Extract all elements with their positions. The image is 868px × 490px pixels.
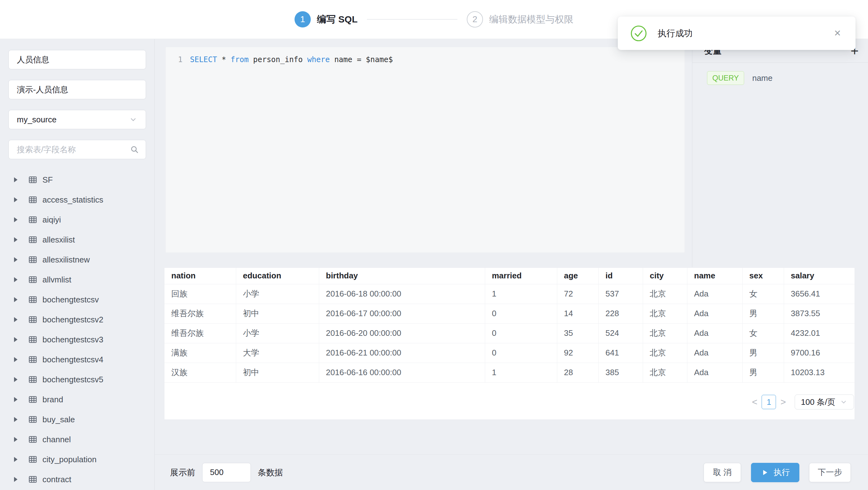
cancel-button[interactable]: 取 消 — [704, 463, 741, 482]
column-header-nation: nation — [164, 268, 236, 284]
table-tree-item[interactable]: bochengtestcsv2 — [8, 310, 146, 330]
table-tree-item[interactable]: aiqiyi — [8, 210, 146, 230]
table-tree-item[interactable]: bochengtestcsv — [8, 289, 146, 310]
caret-right-icon[interactable] — [14, 357, 18, 362]
table-cell: 北京 — [643, 363, 687, 382]
table-cell: 男 — [742, 304, 784, 323]
caret-right-icon[interactable] — [14, 257, 18, 262]
table-cell: 3656.41 — [784, 284, 855, 304]
caret-right-icon[interactable] — [14, 457, 18, 462]
datasource-select[interactable]: my_source — [8, 110, 146, 129]
table-tree-item[interactable]: bochengtestcsv3 — [8, 330, 146, 349]
dataset-name-field[interactable] — [8, 50, 146, 69]
column-header-birthday: birthday — [319, 268, 485, 284]
table-tree-item[interactable]: channel — [8, 429, 146, 450]
success-toast: 执行成功 ✕ — [618, 17, 856, 50]
sql-dataset-dialog: { "stepper": { "step1": { "number": "1",… — [0, 0, 868, 490]
table-row[interactable]: 满族大学2016-06-21 00:00:00092641北京Ada男9700.… — [164, 343, 855, 363]
caret-right-icon[interactable] — [14, 277, 18, 282]
variable-item[interactable]: QUERY name — [707, 71, 868, 85]
table-cell: 男 — [742, 343, 784, 363]
table-name: brand — [42, 395, 63, 404]
prev-page-icon[interactable]: < — [748, 397, 762, 407]
table-tree-item[interactable]: access_statistics — [8, 190, 146, 210]
table-tree-item[interactable]: allvmlist — [8, 270, 146, 289]
next-page-icon[interactable]: > — [776, 397, 790, 407]
caret-right-icon[interactable] — [14, 377, 18, 382]
table-tree-item[interactable]: contract — [8, 469, 146, 489]
table-cell: 92 — [557, 343, 598, 363]
caret-right-icon[interactable] — [14, 437, 18, 442]
caret-right-icon[interactable] — [14, 417, 18, 422]
table-icon — [28, 215, 37, 224]
table-cell: 35 — [557, 323, 598, 343]
row-limit-group: 展示前 条数据 — [170, 463, 283, 482]
table-icon — [28, 455, 37, 464]
caret-right-icon[interactable] — [14, 317, 18, 322]
stepper: 1 编写 SQL 2 编辑数据模型与权限 — [294, 11, 574, 27]
table-tree-item[interactable]: bochengtestcsv5 — [8, 370, 146, 390]
caret-right-icon[interactable] — [14, 297, 18, 302]
variable-name: name — [752, 73, 773, 83]
stepper-connector — [367, 19, 457, 20]
table-name: allvmlist — [42, 275, 71, 285]
table-cell: 女 — [742, 323, 784, 343]
table-cell: 72 — [557, 284, 598, 304]
table-cell: 维吾尔族 — [164, 323, 236, 343]
success-check-icon — [630, 25, 647, 42]
table-row[interactable]: 维吾尔族小学2016-06-20 00:00:00035524北京Ada女423… — [164, 323, 855, 343]
table-name: allesxilist — [42, 235, 75, 245]
table-cell: 0 — [485, 304, 557, 323]
table-cell: 北京 — [643, 323, 687, 343]
caret-right-icon[interactable] — [14, 197, 18, 202]
table-cell: 0 — [485, 343, 557, 363]
page-size-select[interactable]: 100 条/页 — [795, 395, 854, 409]
table-name: bochengtestcsv5 — [42, 375, 103, 385]
row-limit-input[interactable] — [202, 463, 251, 482]
table-tree-item[interactable]: SF — [8, 170, 146, 190]
table-name: bochengtestcsv4 — [42, 355, 103, 365]
datasource-select-value: my_source — [17, 115, 57, 125]
column-header-salary: salary — [784, 268, 855, 284]
caret-right-icon[interactable] — [14, 177, 18, 182]
caret-right-icon[interactable] — [14, 237, 18, 242]
table-row[interactable]: 维吾尔族初中2016-06-17 00:00:00014228北京Ada男387… — [164, 304, 855, 323]
table-tree-item[interactable]: city_population — [8, 450, 146, 469]
caret-right-icon[interactable] — [14, 477, 18, 482]
caret-right-icon[interactable] — [14, 217, 18, 222]
limit-suffix-label: 条数据 — [258, 467, 283, 478]
table-icon — [28, 395, 37, 404]
table-cell: 满族 — [164, 343, 236, 363]
table-tree-item[interactable]: buy_sale — [8, 409, 146, 429]
column-header-city: city — [643, 268, 687, 284]
table-row[interactable]: 汉族初中2016-06-16 00:00:00128385北京Ada男10203… — [164, 363, 855, 382]
sql-token-keyword: where — [307, 55, 330, 64]
table-row[interactable]: 回族小学2016-06-18 00:00:00172537北京Ada女3656.… — [164, 284, 855, 304]
run-button[interactable]: 执行 — [751, 463, 799, 482]
table-icon — [28, 435, 37, 444]
search-icon — [130, 145, 139, 154]
table-tree-item[interactable]: brand — [8, 390, 146, 409]
current-page-button[interactable]: 1 — [762, 395, 776, 409]
caret-right-icon[interactable] — [14, 397, 18, 402]
sql-editor[interactable]: 1 SELECT * from person_info where name =… — [165, 47, 685, 253]
next-step-button[interactable]: 下一步 — [809, 463, 851, 482]
search-input[interactable] — [8, 140, 146, 159]
table-tree-item[interactable]: allesxilist — [8, 230, 146, 250]
table-cell: 2016-06-17 00:00:00 — [319, 304, 485, 323]
chevron-down-icon — [840, 398, 848, 406]
table-tree-item[interactable]: bochengtestcsv4 — [8, 349, 146, 370]
table-cell: 28 — [557, 363, 598, 382]
variable-type-badge: QUERY — [707, 71, 744, 85]
step-2-label: 编辑数据模型与权限 — [489, 13, 574, 26]
column-header-age: age — [557, 268, 598, 284]
table-tree-item[interactable]: allesxilistnew — [8, 250, 146, 270]
dataset-display-name-field[interactable] — [8, 80, 146, 99]
limit-prefix-label: 展示前 — [170, 467, 195, 478]
table-cell: 1 — [485, 284, 557, 304]
sql-token-keyword: from — [230, 55, 249, 64]
caret-right-icon[interactable] — [14, 337, 18, 342]
close-icon[interactable]: ✕ — [832, 26, 843, 40]
sql-token-keyword: SELECT — [190, 55, 217, 64]
table-name: channel — [42, 435, 71, 445]
